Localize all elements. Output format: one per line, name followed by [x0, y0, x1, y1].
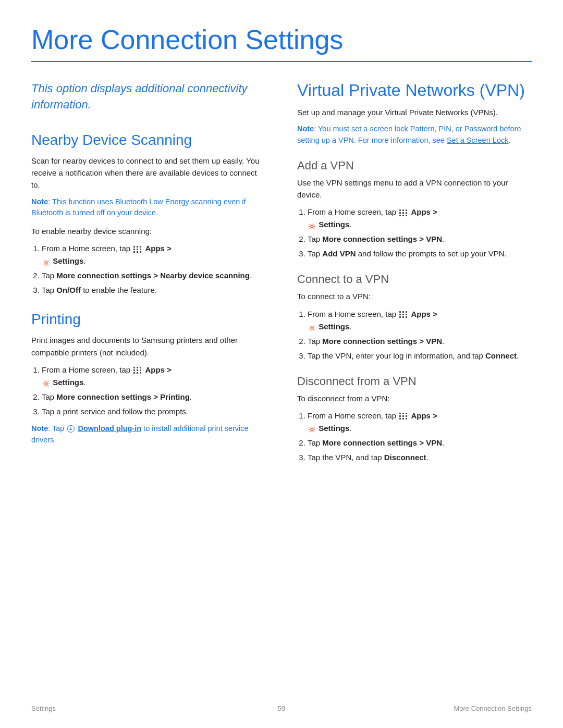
printing-steps: From a Home screen, tap Apps > Settings.… [42, 364, 266, 418]
connect-vpn-steps: From a Home screen, tap Apps > Settings.… [308, 308, 532, 362]
settings-icon [42, 258, 50, 266]
printing-title: Printing [31, 311, 266, 328]
footer-center: 59 [278, 705, 285, 712]
settings-icon [308, 425, 316, 433]
nearby-device-note: Note: This function uses Bluetooth Low E… [31, 196, 266, 219]
vpn-description: Set up and manage your Virtual Private N… [297, 106, 532, 118]
vpn-title: Virtual Private Networks (VPN) [297, 81, 532, 100]
list-item: From a Home screen, tap Apps > Settings. [42, 364, 266, 389]
intro-text: This option displays additional connecti… [31, 81, 266, 113]
list-item: Tap On/Off to enable the feature. [42, 284, 266, 297]
list-item: From a Home screen, tap Apps > Settings. [42, 242, 266, 267]
list-item: Tap More connection settings > VPN. [308, 437, 532, 449]
disconnect-vpn-title: Disconnect from a VPN [297, 375, 532, 388]
nearby-device-steps: From a Home screen, tap Apps > Settings.… [42, 242, 266, 297]
add-vpn-title: Add a VPN [297, 159, 532, 172]
vpn-note: Note: You must set a screen lock Pattern… [297, 124, 532, 146]
printing-description: Print images and documents to Samsung pr… [31, 334, 266, 359]
svg-point-1 [45, 383, 47, 386]
list-item: From a Home screen, tap Apps > Settings. [308, 410, 532, 435]
disconnect-vpn-steps: From a Home screen, tap Apps > Settings.… [308, 410, 532, 464]
svg-point-2 [311, 225, 313, 228]
list-item: Tap a print service and follow the promp… [42, 405, 266, 418]
list-item: Tap More connection settings > Printing. [42, 391, 266, 403]
footer-right: More Connection Settings [454, 705, 532, 712]
connect-vpn-description: To connect to a VPN: [297, 290, 532, 302]
svg-point-0 [45, 262, 47, 264]
list-item: Tap the VPN, and tap Disconnect. [308, 451, 532, 464]
add-vpn-steps: From a Home screen, tap Apps > Settings.… [308, 206, 532, 260]
add-vpn-description: Use the VPN settings menu to add a VPN c… [297, 177, 532, 201]
disconnect-vpn-description: To disconnect from a VPN: [297, 392, 532, 404]
nearby-device-description: Scan for nearby devices to connect to an… [31, 155, 266, 191]
svg-point-4 [311, 429, 313, 431]
list-item: From a Home screen, tap Apps > Settings. [308, 308, 532, 333]
printing-note: Note: Tap Download plug-in to install ad… [31, 423, 266, 446]
plus-icon [67, 425, 75, 433]
settings-icon [308, 323, 316, 331]
footer-left: Settings [31, 705, 56, 712]
apps-grid-icon [133, 367, 142, 374]
apps-grid-icon [399, 209, 408, 216]
apps-grid-icon [399, 413, 408, 419]
svg-point-3 [311, 327, 313, 329]
settings-icon [308, 221, 316, 229]
list-item: Tap More connection settings > VPN. [308, 233, 532, 245]
nearby-device-title: Nearby Device Scanning [31, 132, 266, 149]
nearby-device-instruction: To enable nearby device scanning: [31, 225, 266, 237]
list-item: Tap the VPN, enter your log in informati… [308, 350, 532, 362]
list-item: From a Home screen, tap Apps > Settings. [308, 206, 532, 231]
settings-icon [42, 379, 50, 387]
apps-grid-icon [399, 311, 408, 318]
list-item: Tap More connection settings > VPN. [308, 335, 532, 348]
list-item: Tap Add VPN and follow the prompts to se… [308, 248, 532, 260]
list-item: Tap More connection settings > Nearby de… [42, 269, 266, 282]
apps-grid-icon [133, 246, 142, 253]
page-title: More Connection Settings [31, 25, 532, 62]
connect-vpn-title: Connect to a VPN [297, 273, 532, 286]
